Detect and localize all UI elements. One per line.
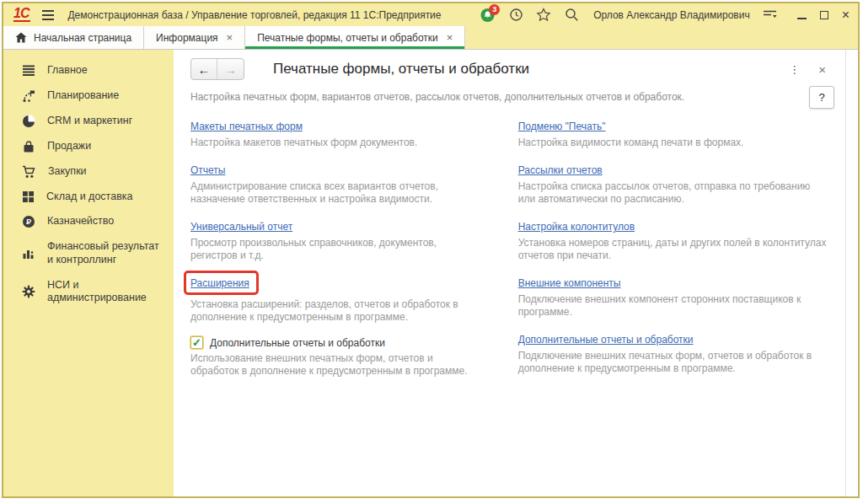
link-group-headers-footers: Настройка колонтитулов Установка номеров… [518,218,829,262]
checkbox-label[interactable]: Дополнительные отчеты и обработки [210,337,385,349]
link-group-external-components: Внешние компоненты Подключение внешних к… [518,275,829,319]
more-menu-icon[interactable]: ⋮ [789,63,800,76]
link-description: Настройка макетов печатных форм документ… [190,137,483,149]
tab-label: Информация [156,32,217,44]
svg-text:Р: Р [26,218,31,227]
sidebar-item-planning[interactable]: Планирование [3,83,174,109]
search-icon[interactable] [564,8,579,23]
tab-close-icon[interactable]: × [447,31,453,44]
window-title: Демонстрационная база / Управление торго… [67,9,441,21]
link-description: Установка расширений: разделов, отчетов … [190,298,483,324]
link-group-print-layouts: Макеты печатных форм Настройка макетов п… [190,118,483,149]
red-highlight-annotation: Расширения [184,271,259,295]
history-icon[interactable] [508,8,523,23]
sidebar-item-treasury[interactable]: Р Казначейство [3,209,174,234]
link-additional-reports[interactable]: Дополнительные отчеты и обработки [518,334,694,346]
link-print-layouts[interactable]: Макеты печатных форм [190,121,303,132]
sidebar-item-label: Склад и доставка [46,190,132,204]
link-description: Администрирование списка всех вариантов … [190,180,483,206]
grid-icon [22,190,35,203]
link-description: Настройка списка рассылок отчетов, отпра… [518,180,829,206]
current-user[interactable]: Орлов Александр Владимирович [593,9,750,21]
close-window-button[interactable]: × [842,11,850,19]
app-window: 1С Демонстрационная база / Управление то… [2,2,860,498]
bar-chart-icon [22,247,35,260]
link-description: Подключение внешних печатных форм, отчет… [518,350,829,375]
link-external-components[interactable]: Внешние компоненты [518,277,621,289]
link-group-report-distribution: Рассылки отчетов Настройка списка рассыл… [518,162,829,206]
home-icon [15,32,27,43]
sidebar-item-label: Финансовый результат и контроллинг [47,240,167,266]
sidebar-item-administration[interactable]: НСИ и администрирование [3,273,174,311]
sidebar-item-label: Главное [47,64,88,78]
tab-print-forms[interactable]: Печатные формы, отчеты и обработки × [245,26,465,49]
left-column: Макеты печатных форм Настройка макетов п… [190,118,483,390]
link-group-extensions: Расширения Установка расширений: раздело… [190,275,483,324]
checkbox-description: Использование внешних печатных форм, отч… [190,352,483,378]
favorites-star-icon[interactable] [536,8,551,23]
sidebar-item-label: CRM и маркетинг [47,115,132,128]
gear-icon [22,285,35,298]
1c-logo-icon: 1С [13,8,30,22]
tab-label: Начальная страница [34,32,131,44]
sections-sidebar: Главное Планирование CRM и маркетинг Про… [3,50,174,496]
back-button[interactable]: ← [191,59,217,79]
tab-information[interactable]: Информация × [144,26,245,49]
bag-icon [22,140,35,153]
menu-lines-icon [22,65,35,77]
maximize-button[interactable] [820,11,828,19]
sidebar-item-warehouse[interactable]: Склад и доставка [3,185,174,210]
sidebar-item-label: Закупки [48,165,87,179]
sidebar-item-finance[interactable]: Финансовый результат и контроллинг [3,234,174,272]
link-description: Установка номеров страниц, даты и других… [518,237,829,262]
notifications-bell-icon[interactable]: 3 [480,8,496,23]
link-description: Просмотр произвольных справочников, доку… [190,237,483,262]
planning-icon [22,89,35,103]
sidebar-item-purchases[interactable]: Закупки [3,159,174,185]
minimize-button[interactable] [797,11,807,19]
link-reports[interactable]: Отчеты [190,164,225,176]
sidebar-item-label: Продажи [47,140,91,153]
link-group-universal-report: Универсальный отчет Просмотр произвольны… [190,218,483,262]
history-nav-group: ← → [190,58,244,80]
tab-home[interactable]: Начальная страница [3,26,144,49]
page-title: Печатные формы, отчеты и обработки [273,61,529,78]
main-menu-icon[interactable] [42,10,54,20]
tab-label: Печатные формы, отчеты и обработки [257,32,438,44]
link-group-additional-reports: Дополнительные отчеты и обработки Подклю… [518,331,829,375]
link-headers-footers[interactable]: Настройка колонтитулов [518,221,635,233]
pie-chart-icon [22,115,35,128]
help-button[interactable]: ? [809,86,834,109]
link-description: Настройка видимости команд печати в форм… [518,137,829,149]
cart-icon [22,165,36,179]
link-report-distribution[interactable]: Рассылки отчетов [518,164,603,176]
ruble-icon: Р [22,215,35,228]
sidebar-item-crm[interactable]: CRM и маркетинг [3,109,174,134]
link-universal-report[interactable]: Универсальный отчет [190,221,292,233]
close-panel-icon[interactable]: × [818,62,826,77]
link-group-print-submenu: Подменю "Печать" Настройка видимости ком… [518,118,829,149]
notification-badge: 3 [489,4,500,15]
additional-reports-checkbox[interactable]: ✓ [190,336,203,349]
right-column: Подменю "Печать" Настройка видимости ком… [518,118,829,390]
tab-close-icon[interactable]: × [227,31,233,44]
sidebar-item-label: НСИ и администрирование [47,279,167,305]
link-print-submenu[interactable]: Подменю "Печать" [518,121,606,132]
window-controls: × [797,11,850,19]
content-panel: ← → Печатные формы, отчеты и обработки ⋮… [174,50,858,496]
sidebar-item-label: Казначейство [47,215,114,228]
link-extensions[interactable]: Расширения [190,277,249,289]
sidebar-item-label: Планирование [47,89,119,103]
checkbox-group-additional-reports: ✓ Дополнительные отчеты и обработки Испо… [190,336,483,378]
sidebar-item-main[interactable]: Главное [3,58,174,83]
sidebar-item-sales[interactable]: Продажи [3,134,174,159]
service-menu-icon[interactable] [763,8,778,23]
checkmark-icon: ✓ [192,337,201,348]
title-bar: 1С Демонстрационная база / Управление то… [3,3,858,26]
page-subtitle: Настройка печатных форм, вариантов отчет… [190,91,829,103]
tab-bar: Начальная страница Информация × Печатные… [3,26,858,50]
link-description: Подключение внешних компонент сторонних … [518,293,829,319]
link-group-reports: Отчеты Администрирование списка всех вар… [190,162,483,206]
forward-button[interactable]: → [217,59,244,79]
